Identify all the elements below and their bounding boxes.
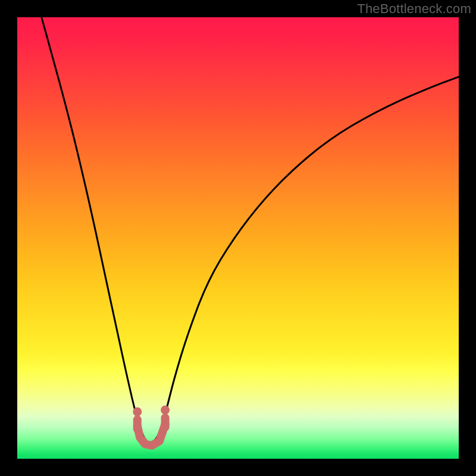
marker-left [133, 415, 142, 433]
marker-connection [137, 424, 165, 446]
plot-area [17, 17, 459, 459]
marker-right-head [161, 406, 170, 415]
marker-left-head [133, 408, 142, 416]
chart-frame: TheBottleneck.com [0, 0, 476, 476]
marker-layer [17, 17, 459, 459]
watermark-text: TheBottleneck.com [357, 1, 471, 17]
marker-right [161, 414, 170, 431]
